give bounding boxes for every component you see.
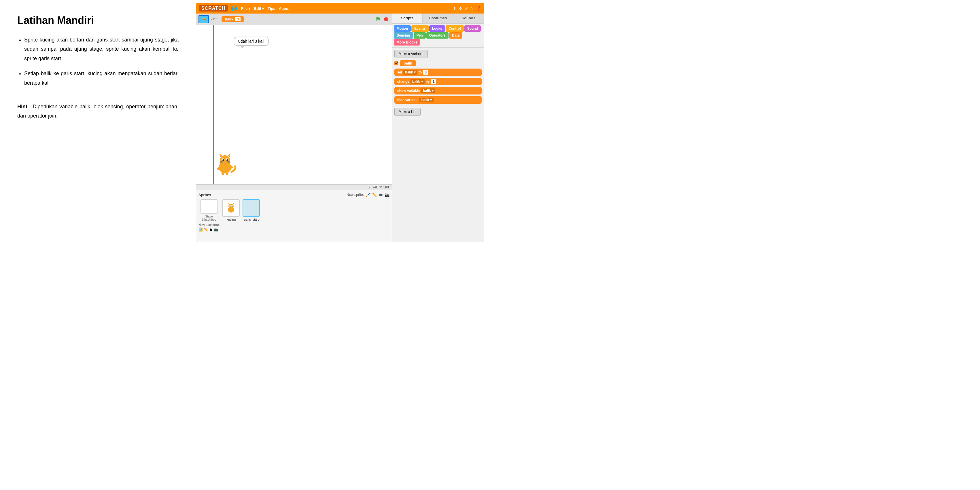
- menu-edit[interactable]: Edit ▾: [254, 6, 264, 11]
- sprite-thumbnail: 🐱: [199, 15, 209, 23]
- stage-sprite-item: Stage 1 backdrop New backdrop: 🖼️ ✏️ 🖿 📷: [199, 199, 220, 232]
- block-set-label: set: [397, 70, 402, 74]
- block-set-op: to: [418, 70, 422, 74]
- block-set-var: balik ▾: [403, 70, 417, 75]
- hint-content: Diperlukan variable balik, blok sensing,…: [17, 104, 178, 119]
- make-list-button[interactable]: Make a List: [395, 108, 421, 116]
- block-set[interactable]: set balik ▾ to 0: [395, 68, 482, 76]
- stop-button[interactable]: ⏺: [383, 16, 390, 23]
- block-tabs: Scripts Costumes Sounds: [392, 14, 484, 24]
- block-change-val: 1: [431, 79, 436, 84]
- blocks-content: Make a Variable balik set balik ▾ to 0 c…: [392, 48, 484, 242]
- cat-pen[interactable]: Pen: [414, 32, 426, 38]
- kucing-thumb[interactable]: [223, 199, 240, 216]
- block-change-op: by: [426, 80, 430, 84]
- help-icon[interactable]: ❓: [476, 6, 481, 11]
- menu-bar: SCRATCH 🌐 File ▾ Edit ▾ Tips About ⬇ ✛ ⤢…: [196, 3, 484, 14]
- tab-costumes[interactable]: Costumes: [423, 14, 453, 23]
- svg-point-25: [230, 206, 231, 207]
- kucing-label: kucing: [226, 218, 235, 221]
- svg-point-9: [226, 159, 228, 161]
- svg-point-1: [220, 155, 230, 165]
- sprites-panel: Sprites New sprite: 🖌️ ✏️ 🖿 📷 Stage: [196, 190, 392, 242]
- svg-point-20: [228, 204, 234, 209]
- stage-version: v432: [211, 18, 217, 21]
- stage-coords: X: 240 Y: 180: [196, 185, 392, 190]
- stage-flags: ⚑ ⏺: [375, 16, 390, 23]
- cat-looks[interactable]: Looks: [429, 25, 445, 32]
- cat-events[interactable]: Events: [411, 25, 428, 32]
- scratch-ide: SCRATCH 🌐 File ▾ Edit ▾ Tips About ⬇ ✛ ⤢…: [196, 3, 484, 242]
- svg-rect-16: [226, 171, 228, 175]
- stage-label: Stage: [205, 215, 213, 218]
- block-change-label: change: [397, 80, 409, 84]
- block-change[interactable]: change balik ▾ by 1: [395, 78, 482, 85]
- sprite-garis-item[interactable]: garis_start: [243, 199, 260, 221]
- scratch-main: 🐱 v432 balik 3 ⚑ ⏺ udah lari 3 kali: [196, 14, 484, 242]
- cat-moreblocks[interactable]: More Blocks: [394, 39, 420, 46]
- cat-operators[interactable]: Operators: [426, 32, 449, 38]
- cat-sprite: [213, 153, 237, 175]
- backdrop-paint-icon[interactable]: 🖼️: [199, 228, 203, 232]
- cat-control[interactable]: Control: [445, 25, 464, 32]
- block-hide-var-name: balik ▾: [419, 98, 434, 102]
- cat-motion[interactable]: Motion: [394, 25, 411, 32]
- garis-thumb[interactable]: [243, 199, 260, 216]
- garis-label: garis_start: [244, 218, 259, 221]
- menu-file[interactable]: File ▾: [241, 6, 251, 11]
- sprite-kucing-item[interactable]: kucing: [223, 199, 240, 221]
- block-show-label: show variable: [397, 89, 420, 93]
- block-hide-var[interactable]: hide variable balik ▾: [395, 96, 482, 104]
- variable-display-name: balik: [225, 17, 234, 21]
- download-icon[interactable]: ⬇: [453, 6, 457, 11]
- speech-bubble: udah lari 3 kali: [234, 37, 269, 46]
- block-show-var-name: balik ▾: [421, 88, 435, 93]
- stage-canvas: udah lari 3 kali: [196, 25, 392, 185]
- svg-point-8: [223, 159, 224, 161]
- variable-checkbox: balik: [395, 60, 482, 66]
- menu-tips[interactable]: Tips: [267, 6, 275, 11]
- svg-point-26: [232, 206, 233, 207]
- cat-data[interactable]: Data: [449, 32, 462, 38]
- variable-check[interactable]: [395, 61, 398, 65]
- globe-icon[interactable]: 🌐: [231, 5, 237, 11]
- hint-text: Hint : Make a Variable Diperlukan variab…: [17, 102, 178, 121]
- new-sprite-edit-icon[interactable]: ✏️: [372, 192, 377, 197]
- move-icon[interactable]: ✛: [459, 6, 462, 11]
- green-flag-button[interactable]: ⚑: [375, 16, 381, 23]
- new-backdrop-icons: 🖼️ ✏️ 🖿 📷: [199, 228, 220, 232]
- cat-sound[interactable]: Sound: [465, 25, 481, 32]
- stage-toolbar: 🐱 v432 balik 3 ⚑ ⏺: [196, 14, 392, 25]
- tab-scripts[interactable]: Scripts: [392, 14, 423, 23]
- fullscreen-icon[interactable]: ⤢: [465, 6, 468, 11]
- tab-sounds[interactable]: Sounds: [453, 14, 484, 23]
- block-change-var: balik ▾: [410, 79, 425, 84]
- new-backdrop-label: New backdrop:: [199, 223, 220, 226]
- new-sprite-camera-icon[interactable]: 📷: [385, 192, 390, 197]
- block-set-val: 0: [423, 70, 428, 75]
- new-backdrop-area: New backdrop: 🖼️ ✏️ 🖿 📷: [199, 223, 220, 232]
- variable-display: balik 3: [221, 16, 244, 22]
- sprite-thumb-icon: 🐱: [202, 18, 205, 21]
- new-sprite-area: New sprite: 🖌️ ✏️ 🖿 📷: [347, 192, 390, 197]
- page-title: Latihan Mandiri: [17, 14, 178, 27]
- new-sprite-label: New sprite:: [347, 193, 364, 197]
- backdrop-folder-icon[interactable]: 🖿: [209, 228, 213, 232]
- backdrop-camera-icon[interactable]: 📷: [214, 228, 218, 232]
- new-sprite-folder-icon[interactable]: 🖿: [379, 192, 383, 197]
- cat-sensing[interactable]: Sensing: [394, 32, 413, 38]
- block-hide-label: hide variable: [397, 98, 418, 102]
- stage-backdrop-count: 1 backdrop: [202, 218, 216, 221]
- sprites-title: Sprites: [199, 193, 211, 197]
- bullet-list: Sprite kucing akan berlari dari garis st…: [17, 35, 178, 93]
- settings-icon[interactable]: ⤡: [471, 6, 474, 11]
- sprites-list: Stage 1 backdrop New backdrop: 🖼️ ✏️ 🖿 📷: [199, 199, 390, 232]
- block-show-var[interactable]: show variable balik ▾: [395, 87, 482, 94]
- stage-thumb[interactable]: [200, 199, 218, 214]
- new-sprite-paint-icon[interactable]: 🖌️: [366, 192, 371, 197]
- scratch-logo: SCRATCH: [199, 5, 228, 11]
- make-variable-button[interactable]: Make a Variable: [395, 50, 428, 58]
- backdrop-edit-icon[interactable]: ✏️: [204, 228, 208, 232]
- svg-rect-15: [221, 171, 224, 175]
- menu-about[interactable]: About: [279, 6, 290, 11]
